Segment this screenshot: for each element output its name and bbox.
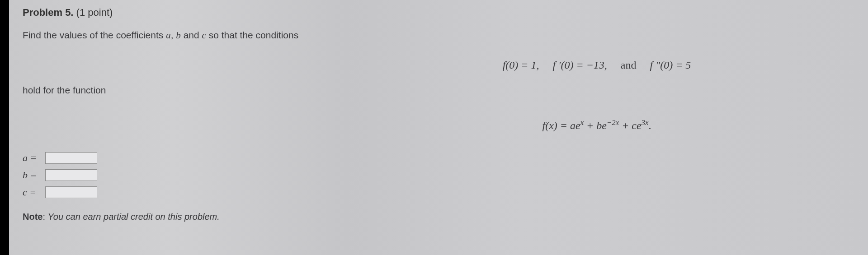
problem-points: (1 point) — [76, 7, 113, 18]
intro-text: Find the values of the coefficients a, b… — [23, 30, 854, 41]
label-a: a = — [23, 152, 45, 164]
answer-row-c: c = — [23, 186, 854, 198]
hold-text: hold for the function — [23, 85, 854, 96]
problem-title: Problem 5. (1 point) — [23, 7, 854, 19]
label-c: c = — [23, 186, 45, 198]
answer-row-b: b = — [23, 169, 854, 181]
cond-and: and — [621, 59, 637, 71]
var-c: c — [202, 30, 206, 41]
var-a: a — [166, 30, 171, 41]
label-b: b = — [23, 169, 45, 181]
note-text: You can earn partial credit on this prob… — [48, 212, 220, 222]
problem-number: Problem 5. — [23, 7, 73, 18]
input-a[interactable] — [45, 152, 97, 164]
cond-fp0: f ′(0) = −13, — [553, 59, 607, 71]
cond-f0: f(0) = 1, — [503, 59, 539, 71]
function-def: f(x) = aex + be−2x + ce3x. — [23, 118, 854, 132]
note: Note: You can earn partial credit on thi… — [23, 212, 854, 222]
answer-row-a: a = — [23, 152, 854, 164]
input-c[interactable] — [45, 186, 97, 198]
input-b[interactable] — [45, 169, 97, 181]
note-label: Note — [23, 212, 42, 222]
cond-fpp0: f ″(0) = 5 — [650, 59, 691, 71]
var-b: b — [176, 30, 181, 41]
conditions: f(0) = 1, f ′(0) = −13, and f ″(0) = 5 — [23, 59, 854, 71]
